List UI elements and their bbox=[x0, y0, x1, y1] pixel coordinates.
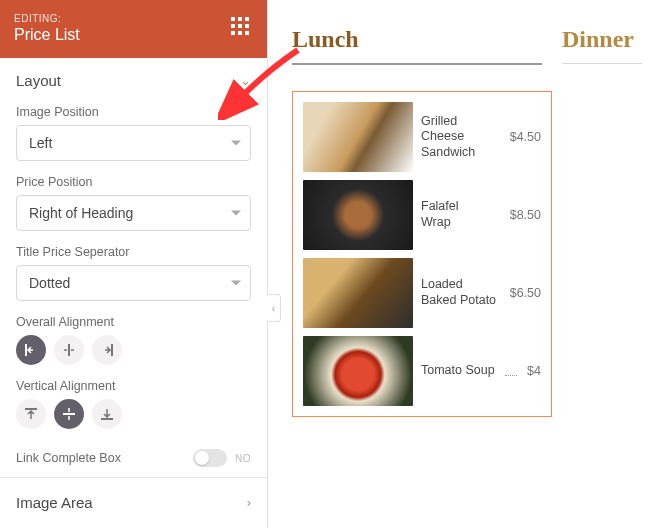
section-label: Image Area bbox=[16, 494, 93, 511]
chevron-down-icon: ⌄ bbox=[240, 73, 251, 88]
drag-handle-icon[interactable] bbox=[231, 17, 253, 39]
select-separator[interactable]: Dotted bbox=[16, 265, 251, 301]
toggle-link-box[interactable] bbox=[193, 449, 227, 467]
valign-bottom-button[interactable] bbox=[92, 399, 122, 429]
valign-top-button[interactable] bbox=[16, 399, 46, 429]
select-value: Dotted bbox=[16, 265, 251, 301]
tab-lunch[interactable]: Lunch bbox=[292, 26, 542, 63]
list-item: Tomato Soup $4 bbox=[303, 336, 541, 406]
item-name: Tomato Soup bbox=[421, 363, 495, 379]
panel-kicker: EDITING: bbox=[14, 13, 80, 24]
select-price-position[interactable]: Right of Heading bbox=[16, 195, 251, 231]
panel-header: EDITING: Price List bbox=[0, 0, 267, 58]
settings-panel: EDITING: Price List Layout ⌄ Image Posit… bbox=[0, 0, 268, 528]
tab-dinner[interactable]: Dinner bbox=[562, 26, 642, 63]
select-image-position[interactable]: Left bbox=[16, 125, 251, 161]
select-value: Left bbox=[16, 125, 251, 161]
item-thumb bbox=[303, 258, 413, 328]
overall-alignment-group bbox=[16, 335, 251, 365]
label-separator: Title Price Seperator bbox=[16, 245, 251, 259]
chevron-right-icon: › bbox=[247, 495, 251, 510]
label-image-position: Image Position bbox=[16, 105, 251, 119]
item-name: Grilled Cheese Sandwich bbox=[421, 114, 501, 161]
align-center-button[interactable] bbox=[54, 335, 84, 365]
svg-rect-2 bbox=[111, 344, 113, 356]
item-name: Falafel Wrap bbox=[421, 199, 490, 230]
separator-dots bbox=[505, 367, 517, 376]
panel-title: Price List bbox=[14, 26, 80, 44]
svg-rect-0 bbox=[25, 344, 27, 356]
align-right-button[interactable] bbox=[92, 335, 122, 365]
list-item: Grilled Cheese Sandwich $4.50 bbox=[303, 102, 541, 172]
item-thumb bbox=[303, 102, 413, 172]
toggle-state: NO bbox=[235, 453, 251, 464]
label-vertical-alignment: Vertical Alignment bbox=[16, 379, 251, 393]
svg-rect-1 bbox=[68, 344, 70, 356]
item-price: $4 bbox=[527, 364, 541, 378]
section-layout[interactable]: Layout ⌄ bbox=[0, 58, 267, 101]
price-list-widget[interactable]: Grilled Cheese Sandwich $4.50 Falafel Wr… bbox=[292, 91, 552, 417]
vertical-alignment-group bbox=[16, 399, 251, 429]
section-label: Layout bbox=[16, 72, 61, 89]
svg-rect-4 bbox=[63, 413, 75, 415]
preview-canvas: Lunch Dinner Grilled Cheese Sandwich $4.… bbox=[268, 0, 662, 528]
valign-middle-button[interactable] bbox=[54, 399, 84, 429]
select-value: Right of Heading bbox=[16, 195, 251, 231]
item-name: Loaded Baked Potato bbox=[421, 277, 501, 308]
label-link-box: Link Complete Box bbox=[16, 451, 121, 465]
item-thumb bbox=[303, 180, 413, 250]
section-image-area[interactable]: Image Area › bbox=[0, 477, 267, 527]
item-price: $8.50 bbox=[510, 208, 541, 222]
align-left-button[interactable] bbox=[16, 335, 46, 365]
svg-rect-5 bbox=[101, 418, 113, 420]
label-overall-alignment: Overall Alignment bbox=[16, 315, 251, 329]
item-price: $4.50 bbox=[510, 130, 541, 144]
item-thumb bbox=[303, 336, 413, 406]
label-price-position: Price Position bbox=[16, 175, 251, 189]
list-item: Falafel Wrap $8.50 bbox=[303, 180, 541, 250]
svg-rect-3 bbox=[25, 408, 37, 410]
list-item: Loaded Baked Potato $6.50 bbox=[303, 258, 541, 328]
item-price: $6.50 bbox=[510, 286, 541, 300]
